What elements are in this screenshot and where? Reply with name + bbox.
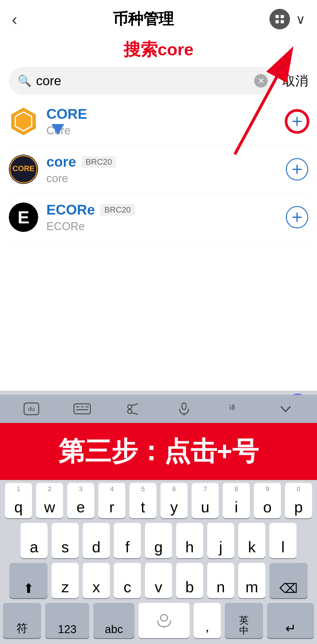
key-z[interactable]: z: [52, 563, 79, 598]
toolbar-keyboard-icon[interactable]: [70, 400, 94, 418]
translate-svg: 译: [227, 402, 242, 416]
key-f[interactable]: f: [114, 523, 141, 558]
key-r[interactable]: 4r: [98, 483, 125, 518]
add-ecore-button[interactable]: [286, 206, 308, 228]
search-icon: 🔍: [18, 74, 31, 87]
spacer: [0, 241, 317, 341]
chevron-down-svg: [278, 402, 293, 416]
results-list: CORE Core CORE: [0, 98, 317, 241]
coin-symbol: core: [46, 154, 76, 170]
red-arrow-svg: [226, 46, 302, 157]
coin-info-corebrc: core BRC20 core: [46, 154, 278, 185]
coin-symbol: ECORe: [46, 202, 95, 218]
key-l[interactable]: l: [269, 523, 296, 558]
coin-subtitle: core: [46, 172, 68, 185]
svg-rect-0: [276, 15, 279, 18]
mic-svg: [177, 402, 191, 416]
coin-symbol: CORE: [46, 106, 87, 122]
key-j[interactable]: j: [207, 523, 234, 558]
keyboard-rows: 1q 2w 3e 4r 5t 6y 7u 8i 9o 0p a s d f g …: [0, 480, 317, 598]
coin-logo-core: [9, 107, 38, 136]
key-b[interactable]: b: [176, 563, 203, 598]
key-u[interactable]: 7u: [192, 483, 219, 518]
key-k[interactable]: k: [238, 523, 265, 558]
svg-text:CORE: CORE: [12, 164, 34, 173]
key-enter[interactable]: ↵: [267, 603, 314, 638]
svg-point-24: [128, 405, 132, 409]
scissors-svg: [126, 402, 140, 416]
key-i[interactable]: 8i: [223, 483, 250, 518]
add-corebrc-button[interactable]: [286, 158, 308, 180]
header: ‹ 币种管理 ∨: [0, 0, 317, 35]
svg-rect-19: [74, 404, 90, 414]
key-g[interactable]: g: [145, 523, 172, 558]
svg-rect-2: [276, 20, 279, 23]
core-hex-logo: [9, 107, 38, 136]
key-n[interactable]: n: [207, 563, 234, 598]
toolbar-translate-icon[interactable]: 译: [223, 400, 247, 418]
key-comma[interactable]: ，: [194, 603, 221, 638]
key-m[interactable]: m: [238, 563, 265, 598]
key-p[interactable]: 0p: [285, 483, 312, 518]
coin-subtitle: ECORe: [46, 220, 85, 232]
key-c[interactable]: c: [114, 563, 141, 598]
toolbar-mic-icon[interactable]: [172, 400, 196, 418]
svg-line-26: [131, 404, 138, 406]
back-button[interactable]: ‹: [12, 10, 17, 29]
keyboard-row-2: a s d f g h j k l: [3, 523, 314, 558]
chevron-down-icon[interactable]: ∨: [296, 12, 305, 27]
svg-point-25: [128, 409, 132, 414]
coin-badge: BRC20: [100, 204, 135, 216]
svg-rect-1: [281, 15, 284, 18]
search-input[interactable]: [36, 73, 249, 88]
svg-text:du: du: [28, 406, 35, 412]
key-d[interactable]: d: [83, 523, 110, 558]
keyboard-row-1: 1q 2w 3e 4r 5t 6y 7u 8i 9o 0p: [3, 483, 314, 518]
page-title: 币种管理: [113, 9, 174, 29]
key-s[interactable]: s: [52, 523, 79, 558]
key-e[interactable]: 3e: [67, 483, 94, 518]
key-special[interactable]: 符: [3, 603, 41, 638]
toolbar-collapse-icon[interactable]: [274, 400, 297, 418]
key-num123[interactable]: 123: [45, 603, 89, 638]
coin-info-ecore: ECORe BRC20 ECORe: [46, 202, 278, 233]
toolbar-du-icon[interactable]: du: [20, 400, 43, 418]
keyboard-toolbar: du: [0, 395, 317, 423]
key-w[interactable]: 2w: [36, 483, 63, 518]
grid-icon-button[interactable]: [269, 9, 290, 29]
key-v[interactable]: v: [145, 563, 172, 598]
keyboard-row-3: ⬆ z x c v b n m ⌫: [3, 563, 314, 598]
key-space[interactable]: [139, 603, 190, 638]
keyboard-bottom-row: 符 123 abc ， 英中 ↵: [0, 603, 317, 644]
key-y[interactable]: 6y: [161, 483, 188, 518]
key-h[interactable]: h: [176, 523, 203, 558]
keyboard-svg: [73, 402, 91, 416]
ecore-letter: E: [18, 207, 29, 228]
key-shift[interactable]: ⬆: [9, 563, 48, 598]
key-delete[interactable]: ⌫: [269, 563, 308, 598]
key-t[interactable]: 5t: [129, 483, 156, 518]
coin-logo-ecore: E: [9, 203, 38, 232]
key-a[interactable]: a: [21, 523, 48, 558]
key-q[interactable]: 1q: [5, 483, 32, 518]
plus-icon: [291, 163, 303, 176]
svg-rect-31: [161, 615, 168, 621]
svg-rect-3: [281, 20, 284, 23]
toolbar-scissors-icon[interactable]: [121, 400, 145, 418]
grid-svg: [274, 14, 285, 25]
key-x[interactable]: x: [83, 563, 110, 598]
mic-space-icon: [155, 613, 173, 628]
coin-logo-corebrc: CORE: [9, 155, 38, 184]
key-abc[interactable]: abc: [93, 603, 134, 638]
key-lang[interactable]: 英中: [225, 603, 263, 638]
corebrc-logo-svg: CORE: [9, 155, 38, 184]
coin-badge: BRC20: [81, 156, 116, 168]
du-svg: du: [23, 402, 40, 416]
key-o[interactable]: 9o: [254, 483, 281, 518]
cursor-indicator: [51, 124, 64, 135]
svg-rect-28: [182, 403, 186, 409]
svg-line-9: [235, 51, 291, 154]
svg-text:译: 译: [229, 404, 235, 411]
svg-line-27: [131, 413, 138, 414]
list-item: E ECORe BRC20 ECORe: [9, 193, 308, 241]
